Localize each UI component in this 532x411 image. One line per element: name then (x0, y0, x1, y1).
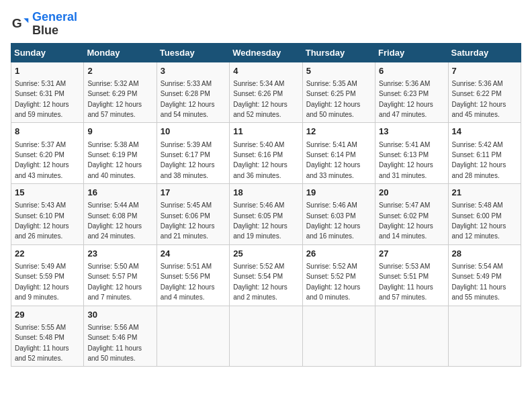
sunrise-info: Sunrise: 5:38 AM (87, 141, 138, 148)
day-number: 23 (87, 248, 152, 260)
sunrise-info: Sunrise: 5:52 AM (233, 263, 284, 270)
sunset-info: Sunset: 6:14 PM (306, 151, 356, 158)
weekday-header-saturday: Saturday (448, 43, 521, 62)
calendar-cell: 30 Sunrise: 5:56 AM Sunset: 5:46 PM Dayl… (84, 306, 157, 367)
sunset-info: Sunset: 5:51 PM (379, 273, 429, 280)
calendar-cell (302, 306, 375, 367)
day-number: 16 (87, 187, 152, 199)
calendar-cell: 7 Sunrise: 5:36 AM Sunset: 6:22 PM Dayli… (448, 62, 521, 123)
day-number: 29 (15, 309, 80, 321)
sunset-info: Sunset: 6:03 PM (306, 212, 356, 220)
daylight-label: Daylight: 12 hours and 2 minutes. (233, 283, 287, 301)
calendar-cell (230, 306, 302, 367)
calendar-cell: 26 Sunrise: 5:52 AM Sunset: 5:52 PM Dayl… (302, 244, 375, 306)
calendar-cell: 5 Sunrise: 5:35 AM Sunset: 6:25 PM Dayli… (302, 62, 375, 123)
sunset-info: Sunset: 5:54 PM (233, 273, 283, 280)
calendar-cell (375, 306, 448, 367)
calendar-cell: 16 Sunrise: 5:44 AM Sunset: 6:08 PM Dayl… (84, 184, 157, 245)
daylight-label: Daylight: 12 hours and 59 minutes. (15, 101, 69, 118)
sunrise-info: Sunrise: 5:45 AM (161, 201, 212, 209)
day-number: 1 (15, 65, 80, 77)
sunset-info: Sunset: 6:19 PM (87, 151, 137, 158)
calendar-cell: 14 Sunrise: 5:42 AM Sunset: 6:11 PM Dayl… (448, 123, 521, 184)
sunrise-info: Sunrise: 5:47 AM (379, 201, 430, 209)
daylight-label: Daylight: 12 hours and 54 minutes. (161, 101, 215, 118)
weekday-header-wednesday: Wednesday (230, 43, 302, 62)
calendar-cell: 21 Sunrise: 5:48 AM Sunset: 6:00 PM Dayl… (448, 184, 521, 245)
sunset-info: Sunset: 6:22 PM (452, 90, 502, 97)
sunrise-info: Sunrise: 5:54 AM (452, 263, 503, 270)
daylight-label: Daylight: 12 hours and 4 minutes. (161, 283, 215, 301)
calendar-week-2: 8 Sunrise: 5:37 AM Sunset: 6:20 PM Dayli… (11, 123, 521, 184)
day-number: 10 (161, 126, 226, 138)
sunset-info: Sunset: 6:16 PM (233, 151, 283, 158)
calendar-cell: 20 Sunrise: 5:47 AM Sunset: 6:02 PM Dayl… (375, 184, 448, 245)
sunrise-info: Sunrise: 5:56 AM (87, 324, 138, 331)
calendar-cell: 13 Sunrise: 5:41 AM Sunset: 6:13 PM Dayl… (375, 123, 448, 184)
sunrise-info: Sunrise: 5:35 AM (306, 80, 357, 87)
logo-icon: G (11, 15, 30, 34)
logo: G GeneralBlue (11, 11, 77, 38)
sunset-info: Sunset: 5:48 PM (15, 334, 64, 341)
day-number: 26 (306, 248, 371, 260)
day-number: 25 (233, 248, 298, 260)
daylight-label: Daylight: 12 hours and 52 minutes. (233, 101, 287, 118)
sunset-info: Sunset: 5:46 PM (87, 334, 137, 341)
daylight-label: Daylight: 12 hours and 7 minutes. (87, 283, 142, 301)
sunset-info: Sunset: 6:10 PM (15, 212, 64, 220)
day-number: 8 (15, 126, 80, 138)
daylight-label: Daylight: 12 hours and 19 minutes. (233, 222, 287, 240)
sunset-info: Sunset: 5:52 PM (306, 273, 356, 280)
sunset-info: Sunset: 6:31 PM (15, 90, 64, 97)
daylight-label: Daylight: 11 hours and 57 minutes. (379, 283, 433, 301)
calendar-cell: 12 Sunrise: 5:41 AM Sunset: 6:14 PM Dayl… (302, 123, 375, 184)
calendar-week-4: 22 Sunrise: 5:49 AM Sunset: 5:59 PM Dayl… (11, 244, 521, 306)
sunrise-info: Sunrise: 5:50 AM (87, 263, 138, 270)
sunrise-info: Sunrise: 5:39 AM (161, 141, 212, 148)
weekday-header-tuesday: Tuesday (157, 43, 229, 62)
day-number: 11 (233, 126, 298, 138)
weekday-header-friday: Friday (375, 43, 448, 62)
daylight-label: Daylight: 12 hours and 33 minutes. (306, 161, 361, 179)
day-number: 13 (379, 126, 444, 138)
calendar-cell: 2 Sunrise: 5:32 AM Sunset: 6:29 PM Dayli… (84, 62, 157, 123)
day-number: 17 (161, 187, 226, 199)
daylight-label: Daylight: 12 hours and 26 minutes. (15, 222, 69, 240)
daylight-label: Daylight: 12 hours and 47 minutes. (379, 101, 433, 118)
calendar-cell (448, 306, 521, 367)
calendar-table: SundayMondayTuesdayWednesdayThursdayFrid… (11, 43, 521, 367)
sunrise-info: Sunrise: 5:49 AM (15, 263, 66, 270)
calendar-cell: 23 Sunrise: 5:50 AM Sunset: 5:57 PM Dayl… (84, 244, 157, 306)
sunrise-info: Sunrise: 5:44 AM (87, 201, 138, 209)
sunrise-info: Sunrise: 5:53 AM (379, 263, 430, 270)
daylight-label: Daylight: 12 hours and 28 minutes. (452, 161, 506, 179)
calendar-week-1: 1 Sunrise: 5:31 AM Sunset: 6:31 PM Dayli… (11, 62, 521, 123)
sunset-info: Sunset: 5:57 PM (87, 273, 137, 280)
daylight-label: Daylight: 12 hours and 50 minutes. (306, 101, 361, 118)
calendar-cell: 29 Sunrise: 5:55 AM Sunset: 5:48 PM Dayl… (11, 306, 84, 367)
daylight-label: Daylight: 12 hours and 24 minutes. (87, 222, 142, 240)
sunrise-info: Sunrise: 5:52 AM (306, 263, 357, 270)
daylight-label: Daylight: 12 hours and 0 minutes. (306, 283, 361, 301)
daylight-label: Daylight: 12 hours and 16 minutes. (306, 222, 361, 240)
daylight-label: Daylight: 11 hours and 52 minutes. (15, 345, 69, 362)
day-number: 3 (161, 65, 226, 77)
day-number: 5 (306, 65, 371, 77)
sunset-info: Sunset: 6:29 PM (87, 90, 137, 97)
day-number: 9 (87, 126, 152, 138)
sunrise-info: Sunrise: 5:41 AM (379, 141, 430, 148)
sunrise-info: Sunrise: 5:51 AM (161, 263, 212, 270)
calendar-cell: 10 Sunrise: 5:39 AM Sunset: 6:17 PM Dayl… (157, 123, 229, 184)
calendar-cell: 8 Sunrise: 5:37 AM Sunset: 6:20 PM Dayli… (11, 123, 84, 184)
sunrise-info: Sunrise: 5:46 AM (306, 201, 357, 209)
weekday-header-thursday: Thursday (302, 43, 375, 62)
sunset-info: Sunset: 5:56 PM (161, 273, 210, 280)
daylight-label: Daylight: 12 hours and 31 minutes. (379, 161, 433, 179)
sunset-info: Sunset: 6:26 PM (233, 90, 283, 97)
sunrise-info: Sunrise: 5:42 AM (452, 141, 503, 148)
sunrise-info: Sunrise: 5:36 AM (379, 80, 430, 87)
sunrise-info: Sunrise: 5:55 AM (15, 324, 66, 331)
sunset-info: Sunset: 6:02 PM (379, 212, 429, 220)
calendar-cell: 11 Sunrise: 5:40 AM Sunset: 6:16 PM Dayl… (230, 123, 302, 184)
calendar-week-5: 29 Sunrise: 5:55 AM Sunset: 5:48 PM Dayl… (11, 306, 521, 367)
